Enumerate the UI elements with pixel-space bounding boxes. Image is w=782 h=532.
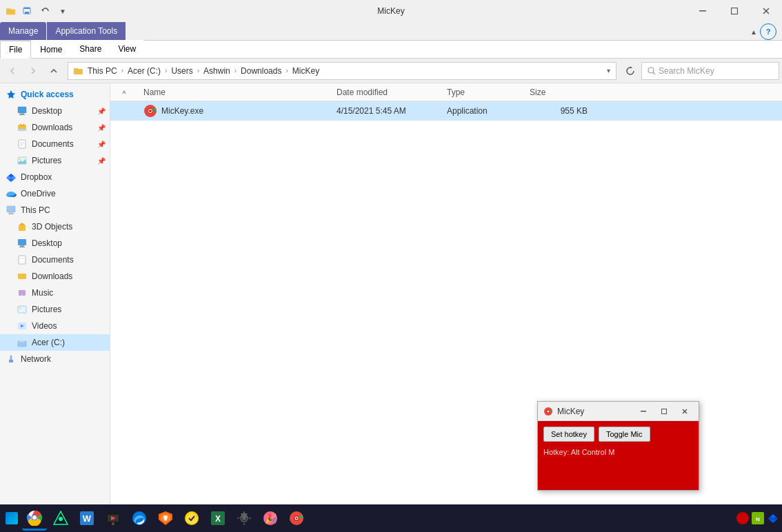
tab-view[interactable]: View: [110, 40, 144, 58]
taskbar-nvidia-tray[interactable]: N: [752, 512, 764, 524]
sidebar-item-3dobjects[interactable]: 3D Objects: [0, 218, 110, 235]
nav-bar: This PC › Acer (C:) › Users › Ashwin › D…: [0, 59, 782, 83]
sidebar-item-documents-qa[interactable]: Documents 📌: [0, 136, 110, 152]
refresh-button[interactable]: [621, 61, 640, 81]
svg-text:♪: ♪: [21, 292, 23, 296]
svg-rect-39: [18, 239, 26, 245]
svg-rect-71: [641, 411, 646, 412]
sidebar-item-desktop2[interactable]: Desktop: [0, 235, 110, 252]
search-box[interactable]: Search MicKey: [641, 62, 779, 80]
col-name[interactable]: Name: [138, 83, 331, 101]
taskbar-alienware[interactable]: [48, 506, 73, 531]
svg-rect-16: [18, 107, 26, 113]
taskbar-norton-tray[interactable]: [736, 512, 749, 524]
taskbar-party[interactable]: 🎉: [258, 506, 283, 531]
taskbar-start-area: [3, 506, 21, 531]
taskbar-excel[interactable]: X: [205, 506, 230, 531]
sidebar-item-desktop[interactable]: Desktop 📌: [0, 103, 110, 119]
file-list-header: Name Date modified Type Size: [110, 83, 782, 101]
taskbar-chrome[interactable]: [22, 506, 47, 531]
taskbar-media-player[interactable]: [101, 506, 126, 531]
svg-point-85: [112, 522, 114, 525]
pictures-icon: [17, 155, 28, 166]
taskbar-settings[interactable]: [232, 506, 257, 531]
sidebar: Quick access Desktop 📌 Downloads 📌: [0, 83, 110, 523]
col-date[interactable]: Date modified: [331, 83, 441, 101]
breadcrumb-mickey[interactable]: MicKey: [290, 65, 322, 77]
file-name-cell: MicKey.exe: [138, 101, 331, 121]
title-bar: ▼ MicKey: [0, 0, 782, 22]
sidebar-item-videos[interactable]: Videos: [0, 318, 110, 334]
tab-home[interactable]: Home: [31, 40, 71, 58]
videos-icon: [17, 320, 28, 331]
up-button[interactable]: [44, 61, 63, 81]
downloads2-icon: [17, 271, 28, 282]
close-button[interactable]: [750, 0, 782, 22]
sidebar-item-acer[interactable]: Acer (C:): [0, 334, 110, 351]
breadcrumb-ashwin[interactable]: Ashwin: [201, 65, 233, 77]
svg-rect-44: [18, 274, 26, 279]
tab-file[interactable]: File: [0, 41, 31, 59]
taskbar-edge[interactable]: [127, 506, 152, 531]
mickey-close-button[interactable]: [676, 403, 693, 420]
file-row-mickey[interactable]: MicKey.exe 4/15/2021 5:45 AM Application…: [110, 101, 782, 121]
qat-more[interactable]: ▼: [55, 3, 70, 19]
breadcrumb-thispc[interactable]: This PC: [85, 65, 120, 77]
address-bar[interactable]: This PC › Acer (C:) › Users › Ashwin › D…: [68, 62, 616, 80]
thispc-icon: [6, 205, 17, 216]
taskbar: W: [0, 504, 782, 532]
svg-point-13: [648, 68, 654, 73]
breadcrumb-users[interactable]: Users: [168, 65, 195, 77]
qat-save[interactable]: [19, 3, 34, 19]
sidebar-item-thispc[interactable]: This PC: [0, 202, 110, 218]
tab-manage[interactable]: Manage: [0, 22, 46, 40]
taskbar-norton[interactable]: [179, 506, 204, 531]
file-date-cell: 4/15/2021 5:45 AM: [331, 101, 441, 121]
breadcrumb-acer[interactable]: Acer (C:): [125, 65, 163, 77]
sidebar-quick-access[interactable]: Quick access: [0, 86, 110, 103]
maximize-button[interactable]: [719, 0, 750, 22]
tab-share[interactable]: Share: [71, 40, 110, 58]
svg-marker-6: [41, 9, 43, 12]
sidebar-item-onedrive[interactable]: OneDrive: [0, 185, 110, 202]
svg-rect-35: [9, 212, 13, 214]
downloads-pin: 📌: [97, 124, 106, 132]
breadcrumb-downloads[interactable]: Downloads: [238, 65, 284, 77]
back-button[interactable]: [3, 61, 22, 81]
svg-text:W: W: [83, 513, 92, 524]
toggle-mic-button[interactable]: Toggle Mic: [599, 427, 650, 442]
sidebar-item-pictures-qa[interactable]: Pictures 📌: [0, 152, 110, 169]
forward-button[interactable]: [23, 61, 43, 81]
svg-marker-15: [7, 90, 15, 99]
windows-icon[interactable]: [6, 512, 18, 524]
svg-marker-38: [19, 223, 26, 225]
pictures-pin: 📌: [97, 157, 106, 165]
taskbar-brave[interactable]: [153, 506, 178, 531]
mickey-maximize-button[interactable]: [656, 403, 672, 420]
svg-rect-5: [25, 12, 29, 14]
mickey-minimize-button[interactable]: [635, 403, 652, 420]
breadcrumb: This PC › Acer (C:) › Users › Ashwin › D…: [74, 65, 322, 77]
ribbon-expand[interactable]: ▲: [748, 27, 760, 37]
col-type[interactable]: Type: [441, 83, 524, 101]
tab-app-tools-label: Application Tools: [47, 22, 126, 40]
sidebar-item-dropbox[interactable]: Dropbox: [0, 169, 110, 185]
sidebar-item-documents2[interactable]: Documents: [0, 252, 110, 268]
taskbar-mickey[interactable]: [284, 506, 309, 531]
minimize-button[interactable]: [687, 0, 719, 22]
svg-rect-41: [19, 247, 25, 247]
svg-rect-40: [20, 245, 24, 247]
taskbar-word[interactable]: W: [74, 506, 99, 531]
taskbar-dropbox-tray[interactable]: [767, 512, 779, 524]
col-size[interactable]: Size: [524, 83, 593, 101]
help-button[interactable]: ?: [760, 23, 776, 40]
sidebar-item-downloads-qa[interactable]: Downloads 📌: [0, 119, 110, 136]
sidebar-item-music[interactable]: ♪ Music: [0, 285, 110, 301]
sidebar-item-pictures2[interactable]: Pictures: [0, 301, 110, 318]
svg-point-77: [32, 515, 37, 520]
set-hotkey-button[interactable]: Set hotkey: [543, 427, 594, 442]
qat-undo[interactable]: [37, 3, 52, 19]
sidebar-item-network[interactable]: Network: [0, 351, 110, 367]
sidebar-item-downloads2[interactable]: Downloads: [0, 268, 110, 285]
address-dropdown[interactable]: ▾: [607, 67, 610, 74]
